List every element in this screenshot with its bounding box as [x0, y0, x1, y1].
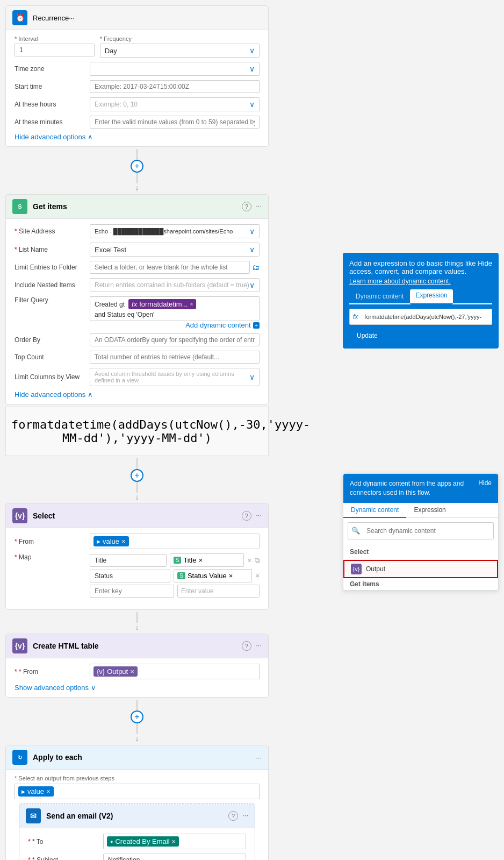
apply-each-from-field[interactable]: ▶ value ×: [15, 784, 260, 799]
create-html-table-card: {v} Create HTML table ? ··· * From {v} O…: [5, 634, 269, 698]
dyn-item-output[interactable]: {v} Output: [343, 560, 498, 578]
dyn-search-input[interactable]: [362, 525, 490, 537]
hide-advanced-options[interactable]: Hide advanced options ∧: [15, 133, 260, 141]
arrow-down-icon: ↓: [135, 493, 139, 501]
get-items-hide-label: Hide advanced options: [15, 390, 85, 399]
map-val-empty[interactable]: Enter value: [177, 585, 260, 598]
timezone-select[interactable]: ∨: [90, 62, 260, 76]
dyn-tab-dynamic[interactable]: Dynamic content: [343, 503, 406, 518]
send-email-to-row: * To ● Created By Email ×: [28, 834, 246, 849]
formula-text: formatdatetime(addDays(utcNow(),-30,'yyy…: [11, 411, 263, 451]
dyn-item-output-label: Output: [366, 565, 385, 573]
help-icon[interactable]: ?: [242, 641, 251, 651]
add-step-button[interactable]: +: [131, 160, 143, 173]
filter-query-field[interactable]: Created gt fx formatdatetim... × and Sta…: [90, 296, 260, 321]
dyn-tab-expression[interactable]: Expression: [406, 503, 453, 517]
more-icon[interactable]: ···: [256, 511, 262, 521]
expr-tooltip-text: Add an expression to do basic things lik…: [349, 259, 492, 275]
help-icon[interactable]: ?: [242, 202, 251, 211]
interval-box: * Interval: [15, 35, 95, 58]
hours-row: At these hours Example: 0, 10 ∨: [15, 97, 260, 111]
apply-each-value-tag: ▶ value ×: [18, 786, 54, 797]
frequency-select[interactable]: Day ∨: [100, 44, 260, 58]
send-email-body: * To ● Created By Email ×: [19, 828, 255, 860]
site-address-select[interactable]: Echo - ████████████sharepoint.com/sites/…: [90, 224, 260, 238]
limit-columns-select[interactable]: Avoid column threshold issues by only us…: [90, 368, 260, 386]
more-icon[interactable]: ···: [256, 754, 262, 762]
expr-tab-dynamic[interactable]: Dynamic content: [349, 289, 410, 303]
chevron-down-icon: ∨: [91, 684, 96, 692]
more-icon[interactable]: ···: [242, 811, 248, 821]
apply-each-value-label: value: [27, 787, 44, 795]
created-by-label: Created By Email: [115, 837, 169, 845]
output-tag-close[interactable]: ×: [130, 667, 134, 676]
start-time-row: Start time: [15, 80, 260, 93]
interval-label: * Interval: [15, 35, 95, 42]
html-table-from-field[interactable]: {v} Output ×: [90, 664, 260, 679]
order-by-input[interactable]: [90, 333, 260, 346]
formula-tag-close[interactable]: ×: [190, 301, 193, 307]
get-items-hide-advanced[interactable]: Hide advanced options ∧: [15, 390, 260, 399]
map-val-close-2[interactable]: ×: [229, 572, 233, 580]
update-button[interactable]: Update: [349, 329, 385, 342]
add-dynamic-content-btn[interactable]: Add dynamic content +: [185, 321, 260, 329]
chevron-down-icon: ∨: [249, 65, 255, 73]
send-email-to-field[interactable]: ● Created By Email ×: [103, 834, 246, 849]
more-icon[interactable]: ···: [256, 202, 262, 211]
help-icon[interactable]: ?: [228, 811, 238, 821]
map-key-empty[interactable]: [90, 585, 174, 598]
minutes-input[interactable]: [90, 116, 260, 129]
map-row-1: S Title × × ⧉: [90, 553, 260, 567]
nested-select[interactable]: Return entries contained in sub-folders …: [90, 278, 260, 292]
timezone-value: ∨: [90, 62, 260, 76]
connector-line: [136, 149, 138, 160]
hours-select[interactable]: Example: 0, 10 ∨: [90, 97, 260, 111]
list-name-select[interactable]: Excel Test ∨: [90, 243, 260, 257]
top-count-input[interactable]: [90, 351, 260, 364]
select-title: Select: [33, 511, 242, 520]
map-delete-icon-2[interactable]: ×: [255, 572, 260, 580]
interval-freq-row: * Interval * Frequency Day ∨: [15, 35, 260, 58]
limit-columns-row: Limit Columns by View Avoid column thres…: [15, 368, 260, 386]
map-delete-icon-1[interactable]: ×: [247, 556, 251, 564]
frequency-label: * Frequency: [100, 35, 260, 42]
dyn-hide-link[interactable]: Hide: [478, 479, 492, 487]
limit-folder-input[interactable]: [90, 261, 250, 274]
expr-tab-expression[interactable]: Expression: [410, 289, 452, 304]
dyn-panel-header-text: Add dynamic content from the apps and co…: [350, 479, 474, 497]
expr-hide-link[interactable]: Hide: [478, 259, 492, 267]
map-copy-icon-1[interactable]: ⧉: [255, 556, 260, 565]
html-table-show-advanced[interactable]: Show advanced options ∨: [15, 684, 260, 692]
expr-input[interactable]: [360, 311, 488, 322]
add-step-button-2[interactable]: +: [131, 469, 143, 482]
connector-line: [136, 458, 138, 469]
expr-learn-more-link[interactable]: Learn more about dynamic content.: [349, 278, 492, 285]
apply-each-value-close[interactable]: ×: [46, 787, 51, 795]
map-row-empty: Enter value: [90, 585, 260, 598]
dynamic-panel: Add dynamic content from the apps and co…: [343, 473, 499, 591]
select-from-field[interactable]: ▶ value ×: [90, 534, 260, 549]
html-table-actions: ? ···: [242, 641, 262, 651]
map-val-1[interactable]: S Title ×: [170, 553, 244, 567]
send-email-icon: ✉: [26, 808, 41, 823]
send-email-subject-input[interactable]: [103, 854, 246, 860]
dyn-get-items-title: Get items: [350, 580, 492, 588]
apply-to-each-card: ↻ Apply to each ··· * Select an output f…: [5, 745, 269, 860]
site-address-label: Site Address: [15, 228, 90, 235]
more-icon[interactable]: ···: [256, 641, 262, 651]
add-step-button-3[interactable]: +: [131, 710, 143, 723]
start-time-input[interactable]: [90, 80, 260, 93]
map-val-close-1[interactable]: ×: [198, 556, 203, 564]
connector-line: [136, 700, 138, 710]
value-tag-close[interactable]: ×: [121, 537, 126, 545]
map-key-2[interactable]: [90, 570, 170, 582]
created-by-close[interactable]: ×: [172, 837, 176, 845]
map-val-2[interactable]: S Status Value ×: [174, 569, 252, 582]
apply-each-header: ↻ Apply to each ···: [6, 745, 268, 770]
map-key-1[interactable]: [90, 554, 167, 567]
more-icon[interactable]: ···: [69, 14, 75, 22]
dyn-panel-tabs: Dynamic content Expression: [343, 503, 498, 518]
chevron-down-icon: ∨: [249, 281, 255, 289]
help-icon[interactable]: ?: [242, 511, 251, 521]
interval-input[interactable]: [15, 44, 95, 56]
